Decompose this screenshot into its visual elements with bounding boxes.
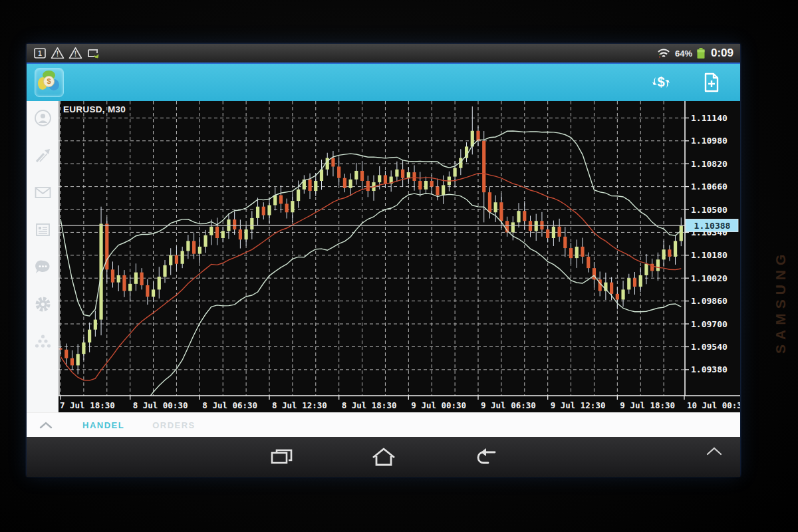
sidebar-item-news[interactable] xyxy=(34,221,52,239)
tabs-expand-button[interactable] xyxy=(39,421,53,429)
back-button[interactable] xyxy=(469,445,503,469)
chevron-up-icon xyxy=(706,446,723,456)
svg-text:$: $ xyxy=(657,74,664,89)
back-icon xyxy=(473,447,499,467)
charts-arrow-icon xyxy=(34,146,52,164)
recent-apps-icon xyxy=(268,447,295,467)
svg-text:1.09700: 1.09700 xyxy=(691,319,728,329)
svg-text:9 Jul 12:30: 9 Jul 12:30 xyxy=(551,400,606,410)
svg-text:9 Jul 06:30: 9 Jul 06:30 xyxy=(481,400,536,410)
home-icon xyxy=(370,447,398,467)
screen-capture-icon xyxy=(86,47,101,60)
svg-text:1.10500: 1.10500 xyxy=(691,205,728,215)
svg-text:EURUSD, M30: EURUSD, M30 xyxy=(63,104,126,114)
samsung-bezel-logo: SAMSUNG xyxy=(773,188,789,354)
tab-orders[interactable]: ORDERS xyxy=(152,420,196,430)
home-button[interactable] xyxy=(366,445,401,469)
new-order-icon xyxy=(702,72,721,93)
chart-area[interactable]: 1.111401.109801.108201.106601.105001.103… xyxy=(59,101,740,412)
tablet-screen: 1 ! ! xyxy=(27,44,740,476)
calendar-notification-icon: 1 xyxy=(33,47,47,60)
svg-text:1: 1 xyxy=(38,50,42,57)
warning-icon: ! xyxy=(68,47,82,60)
sidebar-item-mailbox[interactable] xyxy=(34,184,52,201)
svg-text:1.10020: 1.10020 xyxy=(691,273,728,283)
svg-text:1.09380: 1.09380 xyxy=(691,364,728,374)
new-order-button[interactable] xyxy=(700,71,723,94)
svg-text:8 Jul 00:30: 8 Jul 00:30 xyxy=(133,400,188,410)
mini-apps-caret-button[interactable] xyxy=(706,446,723,458)
svg-text:8 Jul 12:30: 8 Jul 12:30 xyxy=(272,400,327,410)
mailbox-icon xyxy=(34,184,52,201)
svg-text:8 Jul 18:30: 8 Jul 18:30 xyxy=(342,400,397,410)
svg-text:1.09540: 1.09540 xyxy=(691,342,728,352)
battery-icon xyxy=(696,47,706,60)
svg-text:!: ! xyxy=(74,51,76,58)
svg-text:1.09860: 1.09860 xyxy=(691,296,728,306)
app-toolbar: $ $ xyxy=(27,63,740,101)
svg-text:!: ! xyxy=(57,51,59,58)
svg-text:1.10980: 1.10980 xyxy=(691,136,728,146)
battery-percent: 64% xyxy=(675,49,692,59)
svg-text:1.10180: 1.10180 xyxy=(691,250,728,260)
metaquotes-community-icon xyxy=(34,332,52,350)
svg-text:1.11140: 1.11140 xyxy=(691,113,728,123)
bottom-tab-bar: HANDEL ORDERS xyxy=(27,412,740,437)
svg-text:10 Jul 00:30: 10 Jul 00:30 xyxy=(687,400,740,410)
svg-text:9 Jul 18:30: 9 Jul 18:30 xyxy=(620,400,675,410)
svg-text:1.10820: 1.10820 xyxy=(691,159,728,169)
android-nav-bar xyxy=(27,437,740,477)
sidebar-item-settings[interactable] xyxy=(34,295,52,313)
left-sidebar xyxy=(27,101,59,412)
settings-gear-icon xyxy=(34,295,52,313)
svg-text:1.10660: 1.10660 xyxy=(691,182,728,192)
wifi-icon xyxy=(656,47,671,60)
logo-coin: $ xyxy=(43,76,55,87)
news-icon xyxy=(34,221,52,239)
candlestick-chart[interactable]: 1.111401.109801.108201.106601.105001.103… xyxy=(59,101,740,412)
sidebar-item-about[interactable] xyxy=(34,332,52,350)
svg-text:8 Jul 06:30: 8 Jul 06:30 xyxy=(202,400,257,410)
sidebar-item-quotes[interactable] xyxy=(34,109,52,127)
clock: 0:09 xyxy=(711,47,733,60)
tablet-photo: SAMSUNG 1 ! ! xyxy=(0,0,798,532)
trade-dollar-icon: $ xyxy=(650,72,672,92)
recent-apps-button[interactable] xyxy=(264,445,299,469)
trade-dollar-button[interactable]: $ xyxy=(650,71,672,94)
android-status-bar: 1 ! ! xyxy=(27,44,740,63)
quotes-profile-icon xyxy=(34,109,52,127)
status-system-icons: 64% 0:09 xyxy=(656,47,733,60)
svg-text:1.10388: 1.10388 xyxy=(694,221,731,231)
sidebar-item-charts[interactable] xyxy=(34,146,52,164)
sidebar-item-chat[interactable] xyxy=(34,258,52,276)
chat-icon xyxy=(34,258,52,276)
chevron-up-icon xyxy=(39,421,53,429)
svg-text:9 Jul 00:30: 9 Jul 00:30 xyxy=(411,400,466,410)
metatrader-logo[interactable]: $ xyxy=(35,68,64,97)
tab-handel[interactable]: HANDEL xyxy=(82,420,124,430)
warning-icon: ! xyxy=(51,47,65,60)
svg-text:7 Jul 18:30: 7 Jul 18:30 xyxy=(60,400,115,410)
status-notifications: 1 ! ! xyxy=(33,47,652,60)
